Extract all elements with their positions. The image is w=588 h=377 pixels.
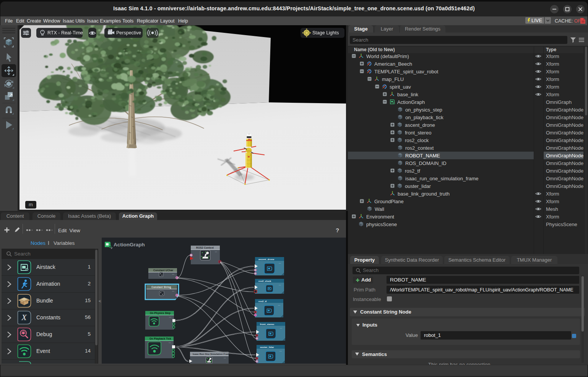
svg-text:...: ... (169, 315, 171, 318)
svg-text:On Physics Step: On Physics Step (150, 312, 171, 315)
svg-text:ros2_tf: ros2_tf (258, 300, 267, 303)
svg-text:ros2_clock: ros2_clock (258, 280, 271, 282)
svg-text:front_stereo: front_stereo (260, 323, 275, 325)
svg-text:...: ... (279, 283, 281, 286)
svg-text:On Playback Tick: On Playback Tick (149, 337, 171, 340)
svg-text:Constant UChar: Constant UChar (153, 269, 174, 272)
svg-text:...: ... (215, 250, 217, 252)
svg-text:...: ... (279, 261, 281, 264)
svg-text:X: X (21, 312, 27, 322)
svg-text:...: ... (224, 356, 226, 359)
svg-text:...: ... (172, 272, 174, 275)
svg-text:...: ... (280, 326, 282, 329)
svg-text:ascent_drone: ascent_drone (258, 258, 275, 261)
svg-text:...: ... (278, 303, 280, 306)
svg-text:ROS2 Context: ROS2 Context (196, 246, 214, 249)
svg-text:...: ... (279, 349, 282, 352)
svg-text:...: ... (172, 289, 174, 292)
svg-text:ouster_lidar: ouster_lidar (260, 346, 274, 348)
svg-text:ActionGraph: ActionGraph (114, 242, 145, 248)
svg-text:...: ... (169, 341, 171, 343)
svg-text:Constant String: Constant String (151, 286, 171, 289)
